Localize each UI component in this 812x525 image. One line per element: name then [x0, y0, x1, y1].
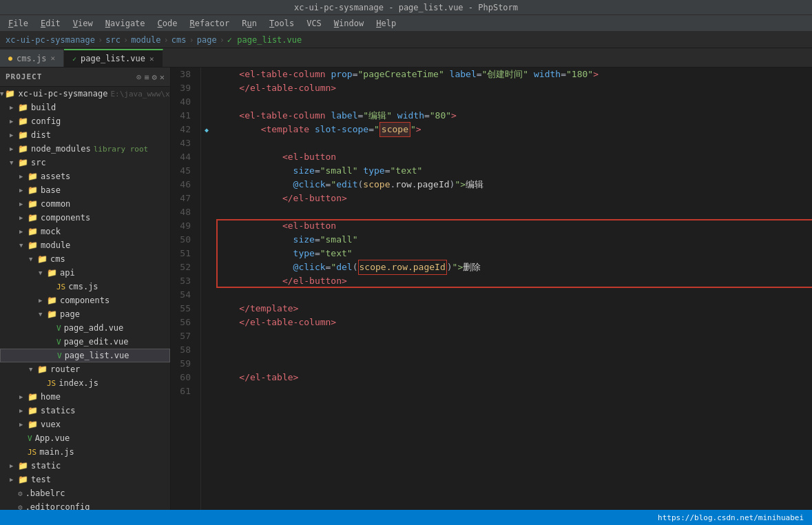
arrow-icon	[10, 476, 17, 483]
breadcrumb-cms[interactable]: cms	[171, 35, 187, 45]
folder-icon: 📁	[37, 254, 48, 264]
tree-page-add[interactable]: V page_add.vue	[0, 321, 170, 335]
tree-base[interactable]: 📁 base	[0, 183, 170, 197]
tree-router[interactable]: 📁 router	[0, 362, 170, 376]
breadcrumb-src[interactable]: src	[105, 35, 121, 45]
tree-page-list[interactable]: V page_list.vue	[0, 349, 170, 362]
js-file-icon: JS	[28, 448, 37, 457]
menu-vcs[interactable]: VCS	[301, 17, 327, 30]
code-line-40	[218, 95, 812, 109]
tree-mock[interactable]: 📁 mock	[0, 225, 170, 238]
code-line-48	[218, 205, 812, 219]
menu-tools[interactable]: Tools	[264, 17, 300, 30]
vue-file-icon: V	[56, 338, 61, 347]
tree-label: static	[31, 461, 61, 471]
main-layout: Project ⊙ ≡ ⚙ ✕ 📁 xc-ui-pc-sysmanage E:\…	[0, 68, 812, 525]
tree-static[interactable]: 📁 static	[0, 459, 170, 473]
tree-label: build	[31, 103, 56, 112]
menu-run[interactable]: Run	[236, 17, 262, 30]
tree-src[interactable]: 📁 src	[0, 156, 170, 169]
settings-icon[interactable]: ⚙	[152, 72, 157, 82]
tree-build[interactable]: 📁 build	[0, 101, 170, 114]
folder-icon: 📁	[28, 240, 38, 250]
editor-area[interactable]: 38 39 40 41 42 43 44 45 46 47 48 49 50 5…	[171, 68, 812, 525]
tree-components[interactable]: 📁 components	[0, 211, 170, 225]
breadcrumb-project[interactable]: xc-ui-pc-sysmanage	[6, 35, 95, 45]
tree-page-edit[interactable]: V page_edit.vue	[0, 335, 170, 349]
tree-appvue[interactable]: V App.vue	[0, 431, 170, 445]
js-file-icon: JS	[56, 282, 65, 291]
code-line-54	[218, 288, 812, 302]
tree-vuex[interactable]: 📁 vuex	[0, 418, 170, 431]
folder-icon: 📁	[28, 172, 38, 181]
breadcrumb-module[interactable]: module	[131, 35, 160, 45]
folder-icon: 📁	[18, 103, 28, 112]
tree-common[interactable]: 📁 common	[0, 197, 170, 211]
tree-root[interactable]: 📁 xc-ui-pc-sysmanage E:\java_www\xc...	[0, 87, 170, 101]
tree-node-modules[interactable]: 📁 node_modules library root	[0, 142, 170, 156]
tree-home[interactable]: 📁 home	[0, 390, 170, 404]
breadcrumb-file[interactable]: ✓ page_list.vue	[227, 35, 302, 45]
tree-label: dist	[31, 130, 51, 140]
folder-icon: 📁	[5, 89, 15, 99]
breadcrumb-bar: xc-ui-pc-sysmanage › src › module › cms …	[0, 32, 812, 48]
js-icon: ●	[8, 54, 12, 62]
breadcrumb-page[interactable]: page	[197, 35, 217, 45]
tree-config[interactable]: 📁 config	[0, 114, 170, 128]
tree-indexjs[interactable]: JS index.js	[0, 376, 170, 390]
tab-page-list-vue[interactable]: ✓ page_list.vue ✕	[64, 49, 163, 67]
tree-label: config	[31, 116, 61, 126]
tree-cms[interactable]: 📁 cms	[0, 252, 170, 266]
folder-icon: 📁	[28, 406, 38, 415]
tree-babelrc[interactable]: ⚙ .babelrc	[0, 486, 170, 500]
close-icon[interactable]: ✕	[50, 54, 55, 63]
tree-module[interactable]: 📁 module	[0, 238, 170, 252]
tree-label: page	[60, 309, 80, 319]
arrow-icon	[19, 200, 26, 207]
folder-icon: 📁	[18, 116, 28, 126]
arrow-icon	[19, 421, 26, 428]
tree-mainjs[interactable]: JS main.js	[0, 445, 170, 459]
tree-test[interactable]: 📁 test	[0, 473, 170, 486]
tree-components2[interactable]: 📁 components	[0, 294, 170, 307]
menu-help[interactable]: Help	[371, 17, 402, 30]
code-line-56: </el-table-column>	[218, 316, 812, 329]
menu-file[interactable]: File	[3, 17, 34, 30]
tabs-bar: ● cms.js ✕ ✓ page_list.vue ✕	[0, 48, 812, 68]
arrow-icon	[19, 187, 26, 194]
menu-refactor[interactable]: Refactor	[185, 17, 236, 30]
close-sidebar-icon[interactable]: ✕	[160, 72, 165, 82]
code-line-43	[218, 136, 812, 150]
code-line-53: </el-button>	[218, 274, 812, 288]
close-icon[interactable]: ✕	[149, 54, 154, 63]
tree-dist[interactable]: 📁 dist	[0, 128, 170, 142]
arrow-icon	[39, 269, 45, 276]
arrow-icon	[10, 462, 17, 469]
arrow-icon	[19, 214, 26, 221]
folder-icon: 📁	[18, 461, 28, 471]
arrow-icon	[19, 242, 26, 249]
arrow-icon	[10, 118, 17, 125]
folder-icon: 📁	[47, 309, 57, 319]
code-container: 38 39 40 41 42 43 44 45 46 47 48 49 50 5…	[171, 68, 812, 525]
menu-view[interactable]: View	[67, 17, 98, 30]
tree-assets[interactable]: 📁 assets	[0, 169, 170, 183]
arrow-icon	[39, 297, 45, 304]
menu-edit[interactable]: Edit	[35, 17, 66, 30]
menu-window[interactable]: Window	[329, 17, 369, 30]
status-bar: https://blog.csdn.net/minihuabei	[0, 510, 812, 525]
collapse-icon[interactable]: ≡	[144, 72, 149, 82]
tree-api[interactable]: 📁 api	[0, 266, 170, 280]
code-line-50: size="small"	[218, 233, 812, 247]
tree-statics[interactable]: 📁 statics	[0, 404, 170, 418]
tree-cmsjs[interactable]: JS cms.js	[0, 280, 170, 294]
title-bar: xc-ui-pc-sysmanage - page_list.vue - Php…	[0, 0, 812, 15]
tab-cmsjs[interactable]: ● cms.js ✕	[0, 49, 64, 67]
root-path: E:\java_www\xc...	[110, 90, 171, 99]
menu-code[interactable]: Code	[152, 17, 183, 30]
locate-icon[interactable]: ⊙	[136, 72, 141, 82]
menu-navigate[interactable]: Navigate	[100, 17, 151, 30]
tree-page[interactable]: 📁 page	[0, 307, 170, 321]
tree-label: App.vue	[35, 433, 70, 443]
code-line-38: <el-table-column prop="pageCreateTime" l…	[218, 68, 812, 81]
